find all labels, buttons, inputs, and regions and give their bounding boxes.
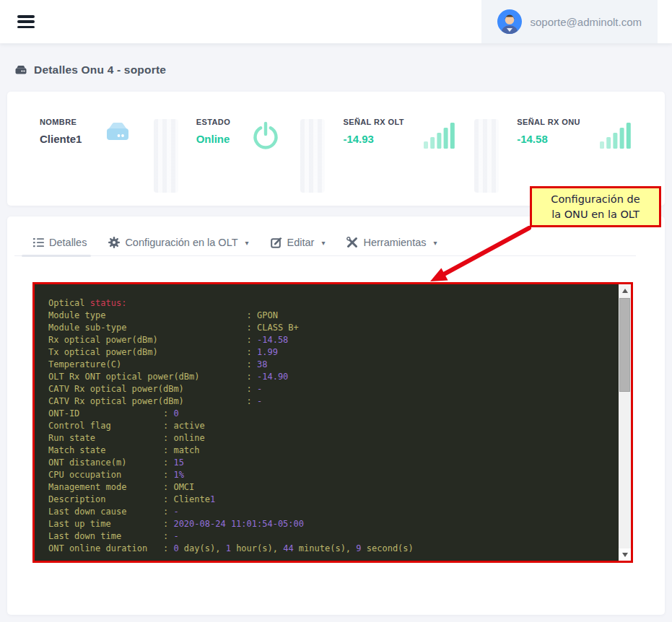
tab-label: Configuración en la OLT xyxy=(125,237,237,248)
terminal-line: Tx optical power(dBm) : 1.99 xyxy=(48,346,614,359)
list-icon xyxy=(33,237,44,248)
stat-label: ESTADO xyxy=(196,118,230,126)
signal-bars-icon xyxy=(599,119,632,149)
tab-detalles[interactable]: Detalles xyxy=(33,237,87,248)
terminal-line: Last down cause : - xyxy=(48,506,614,518)
terminal-line: CATV Rx optical power(dBm) : - xyxy=(48,395,614,408)
terminal-line: Last down time : - xyxy=(48,530,614,543)
terminal-line: Last up time : 2020-08-24 11:01:54-05:00 xyxy=(48,518,614,530)
stat-value: -14.58 xyxy=(517,133,580,145)
menu-toggle-button[interactable] xyxy=(17,15,35,28)
user-avatar xyxy=(497,9,522,34)
terminal-line: Module type : GPON xyxy=(48,310,614,322)
terminal-line: Run state : online xyxy=(48,432,614,444)
annotation-arrow xyxy=(419,219,545,287)
stat-nombre: NOMBRE Cliente1 xyxy=(40,118,135,206)
stat-senal-rx-olt: SEÑAL RX OLT -14.93 xyxy=(343,118,455,206)
terminal-lines: Optical status:Module type : GPONModule … xyxy=(48,297,614,555)
annotation-text-line1: Configuración de xyxy=(551,192,640,207)
stat-label: NOMBRE xyxy=(40,118,82,126)
router-icon xyxy=(100,119,135,148)
terminal-output[interactable]: Optical status:Module type : GPONModule … xyxy=(35,284,631,561)
terminal-line: Description : Cliente1 xyxy=(48,494,614,506)
signal-bars-icon xyxy=(423,119,456,149)
tools-icon xyxy=(346,237,358,248)
details-card: Detalles Configuración en la OLT ▾ xyxy=(7,216,665,615)
user-email: soporte@adminolt.com xyxy=(531,16,642,28)
stats-divider xyxy=(154,119,178,193)
tab-label: Editar xyxy=(287,237,315,248)
tab-configuracion-olt[interactable]: Configuración en la OLT ▾ xyxy=(108,237,248,248)
terminal-line: CPU occupation : 1% xyxy=(48,469,614,481)
terminal-line: ONT distance(m) : 15 xyxy=(48,457,614,469)
tab-label: Detalles xyxy=(49,237,87,248)
terminal-line: Management mode : OMCI xyxy=(48,481,614,494)
page-title: Detalles Onu 4 - soporte xyxy=(34,63,166,76)
page-title-row: Detalles Onu 4 - soporte xyxy=(0,43,672,92)
onu-device-icon xyxy=(14,64,27,76)
terminal-line: Temperature(C) : 38 xyxy=(48,359,614,371)
scroll-up-button[interactable] xyxy=(619,284,631,297)
tab-label: Herramientas xyxy=(363,237,426,248)
stats-divider xyxy=(474,119,499,193)
annotation-callout: Configuración de la ONU en la OLT xyxy=(530,186,661,227)
chevron-down-icon: ▾ xyxy=(321,239,325,247)
terminal-line: Optical status: xyxy=(48,297,614,310)
terminal-line: Rx optical power(dBm) : -14.58 xyxy=(48,334,614,346)
terminal-highlight-frame: Optical status:Module type : GPONModule … xyxy=(32,282,633,563)
terminal-line: ONT-ID : 0 xyxy=(48,408,614,420)
stat-value: Cliente1 xyxy=(40,133,82,145)
user-menu[interactable]: soporte@adminolt.com xyxy=(481,0,658,43)
stat-value: -14.93 xyxy=(343,133,403,145)
gear-icon xyxy=(108,237,120,248)
stat-value: Online xyxy=(196,133,230,145)
top-navbar: soporte@adminolt.com xyxy=(0,0,672,43)
terminal-line: Control flag : active xyxy=(48,420,614,432)
chevron-down-icon: ▾ xyxy=(245,239,249,247)
stat-estado: ESTADO Online xyxy=(196,118,282,206)
terminal-scrollbar xyxy=(619,284,631,561)
terminal-line: ONT online duration : 0 day(s), 1 hour(s… xyxy=(48,543,614,555)
power-icon xyxy=(249,119,282,152)
stats-divider xyxy=(300,119,325,193)
active-tab-underline xyxy=(22,255,91,257)
scroll-down-button[interactable] xyxy=(619,548,631,561)
edit-icon xyxy=(271,237,282,248)
scrollbar-thumb[interactable] xyxy=(619,298,630,392)
stat-label: SEÑAL RX OLT xyxy=(343,118,403,126)
annotation-text-line2: la ONU en la OLT xyxy=(551,207,640,222)
terminal-line: CATV Rx optical power(dBm) : - xyxy=(48,383,614,395)
terminal-line: OLT Rx ONT optical power(dBm) : -14.90 xyxy=(48,371,614,383)
stat-label: SEÑAL RX ONU xyxy=(517,118,580,126)
terminal-line: Match state : match xyxy=(48,444,614,457)
terminal-line: Module sub-type : CLASS B+ xyxy=(48,322,614,334)
tab-editar[interactable]: Editar ▾ xyxy=(271,237,326,248)
